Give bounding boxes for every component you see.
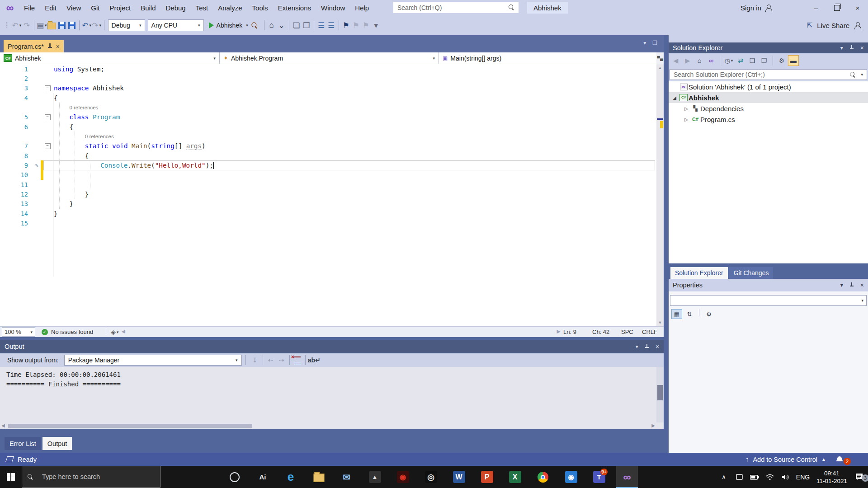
- menu-test[interactable]: Test: [191, 4, 213, 12]
- debug-config-select[interactable]: Debug▾: [108, 19, 145, 31]
- line-ending-indicator[interactable]: CRLF: [642, 328, 660, 335]
- menu-analyze[interactable]: Analyze: [213, 4, 247, 12]
- close-button[interactable]: ×: [847, 0, 868, 15]
- platform-select[interactable]: Any CPU▾: [148, 19, 204, 31]
- spaces-indicator[interactable]: SPC: [621, 328, 642, 335]
- file-explorer-icon[interactable]: [308, 466, 330, 488]
- properties-button[interactable]: ⚙: [776, 55, 787, 66]
- expander-collapsed-icon[interactable]: ▷: [682, 106, 690, 111]
- scroll-right-arrow[interactable]: ▶: [557, 328, 561, 334]
- code-line[interactable]: 7−static void Main(string[] args): [0, 141, 656, 151]
- clear-all-output-icon[interactable]: [292, 355, 303, 365]
- quick-search-input[interactable]: Search (Ctrl+Q): [393, 2, 519, 13]
- bookmark-icon[interactable]: ⚑: [341, 20, 351, 31]
- scroll-left-arrow[interactable]: ◀: [1, 423, 5, 428]
- switch-views-button[interactable]: ∞: [706, 55, 717, 66]
- code-editor[interactable]: 1using System;23−namespace Abhishek4{0 r…: [0, 64, 656, 326]
- property-pages-icon[interactable]: ⚙: [703, 309, 714, 319]
- code-line[interactable]: 6{: [0, 122, 656, 131]
- code-line[interactable]: 5−class Program: [0, 113, 656, 122]
- preview-selected-items-button[interactable]: ▬: [788, 55, 799, 66]
- expander-expanded-icon[interactable]: ◢: [670, 95, 679, 100]
- scroll-left-arrow[interactable]: ◀: [122, 328, 125, 334]
- properties-object-select[interactable]: ▾: [670, 295, 867, 306]
- close-tab-icon[interactable]: ×: [56, 43, 60, 50]
- acrobat-reader-icon[interactable]: ◉: [392, 466, 414, 488]
- expander-collapsed-icon[interactable]: ▷: [682, 117, 690, 122]
- background-tasks-icon[interactable]: [5, 456, 14, 462]
- start-debugging-button[interactable]: Abhishek ▾: [205, 19, 252, 31]
- navigate-forward-button[interactable]: ↷: [22, 20, 32, 31]
- close-panel-icon[interactable]: ×: [656, 343, 659, 350]
- code-line[interactable]: 2: [0, 74, 656, 83]
- add-to-source-control-button[interactable]: Add to Source Control: [753, 456, 817, 463]
- solution-explorer-search-input[interactable]: Search Solution Explorer (Ctrl+;) ▾: [670, 69, 867, 80]
- scroll-right-arrow[interactable]: ▶: [651, 423, 655, 428]
- type-dropdown[interactable]: ✦ Abhishek.Program ▾: [220, 52, 439, 64]
- code-line[interactable]: 3−namespace Abhishek: [0, 84, 656, 93]
- forward-button[interactable]: ▶: [682, 55, 693, 66]
- menu-build[interactable]: Build: [136, 4, 160, 12]
- app-dark-icon[interactable]: ▲: [364, 466, 386, 488]
- menu-debug[interactable]: Debug: [161, 4, 191, 12]
- member-dropdown[interactable]: ▣ Main(string[] args): [439, 52, 656, 64]
- collapse-region-icon[interactable]: −: [45, 114, 51, 120]
- menu-git[interactable]: Git: [86, 4, 104, 12]
- categorized-view-icon[interactable]: ▦: [671, 309, 682, 319]
- chevron-up-icon[interactable]: ▲: [821, 457, 826, 462]
- menu-project[interactable]: Project: [104, 4, 136, 12]
- close-panel-icon[interactable]: ×: [860, 282, 864, 289]
- taskbar-search-input[interactable]: Type here to search: [22, 466, 160, 488]
- window-position-chevron-icon[interactable]: ▾: [840, 45, 843, 51]
- bookmark-menu-chevron[interactable]: ▾: [371, 20, 381, 31]
- open-file-button[interactable]: [47, 20, 57, 31]
- clock[interactable]: 09:41 11-01-2021: [813, 469, 851, 485]
- home-button[interactable]: ⌂: [694, 55, 705, 66]
- tab-output[interactable]: Output: [42, 437, 72, 450]
- sync-with-active-document-button[interactable]: ⇄: [735, 55, 746, 66]
- previous-message-icon[interactable]: ⇠: [265, 355, 276, 365]
- window-position-chevron-icon[interactable]: ▾: [636, 343, 638, 350]
- send-feedback-icon[interactable]: [854, 22, 861, 29]
- undo-button[interactable]: ↶▾: [82, 20, 92, 31]
- tab-program-cs[interactable]: Program.cs* ×: [4, 40, 64, 52]
- show-hidden-icons-chevron[interactable]: ∧: [716, 474, 731, 480]
- pin-panel-icon[interactable]: [850, 282, 854, 288]
- window-position-chevron-icon[interactable]: ▾: [840, 282, 843, 288]
- editor-vertical-scrollbar[interactable]: ▲ ▼: [656, 64, 664, 326]
- decrease-indent-icon[interactable]: ☰: [316, 20, 326, 31]
- volume-icon[interactable]: [778, 474, 793, 480]
- edge-icon[interactable]: e: [280, 466, 302, 488]
- tablet-mode-icon[interactable]: [731, 474, 747, 480]
- next-bookmark-icon[interactable]: ⚑: [361, 20, 371, 31]
- float-window-icon[interactable]: ❐: [652, 40, 657, 46]
- prev-bookmark-icon[interactable]: ⚑: [351, 20, 361, 31]
- menu-file[interactable]: File: [19, 4, 40, 12]
- save-all-button[interactable]: [67, 20, 77, 31]
- tree-item-solution[interactable]: ∞Solution 'Abhishek' (1 of 1 project): [669, 81, 868, 92]
- minimize-button[interactable]: –: [806, 0, 826, 15]
- back-button[interactable]: ◀: [670, 55, 681, 66]
- menu-window[interactable]: Window: [316, 4, 350, 12]
- codelens-references[interactable]: 0 references: [52, 105, 98, 110]
- obs-icon[interactable]: ◎: [420, 466, 442, 488]
- notifications-bell-icon[interactable]: [836, 456, 843, 463]
- tree-item-project-abhishek[interactable]: ◢C#Abhishek: [669, 92, 868, 103]
- menu-view[interactable]: View: [61, 4, 86, 12]
- alphabetical-view-icon[interactable]: ⇅: [684, 309, 695, 319]
- zoom-level-select[interactable]: 100 % ▾: [2, 327, 35, 337]
- code-line[interactable]: 4{: [0, 93, 656, 103]
- word-icon[interactable]: W: [448, 466, 470, 488]
- track-changes-icon[interactable]: ◈: [111, 328, 116, 336]
- navigate-back-button[interactable]: ↶▾: [12, 20, 22, 31]
- sign-in-button[interactable]: Sign in: [741, 0, 772, 15]
- increase-indent-icon[interactable]: ☰: [326, 20, 336, 31]
- tree-item-program-cs[interactable]: ▷C#Program.cs: [669, 114, 868, 125]
- toolbar-overflow-chevron[interactable]: ⌄: [277, 20, 287, 31]
- code-line[interactable]: 10: [0, 170, 656, 180]
- excel-icon[interactable]: X: [504, 466, 526, 488]
- find-in-files-icon[interactable]: [252, 20, 262, 31]
- tab-error-list[interactable]: Error List: [5, 437, 41, 450]
- language-indicator[interactable]: ENG: [793, 474, 813, 481]
- health-status-label[interactable]: No issues found: [51, 328, 93, 335]
